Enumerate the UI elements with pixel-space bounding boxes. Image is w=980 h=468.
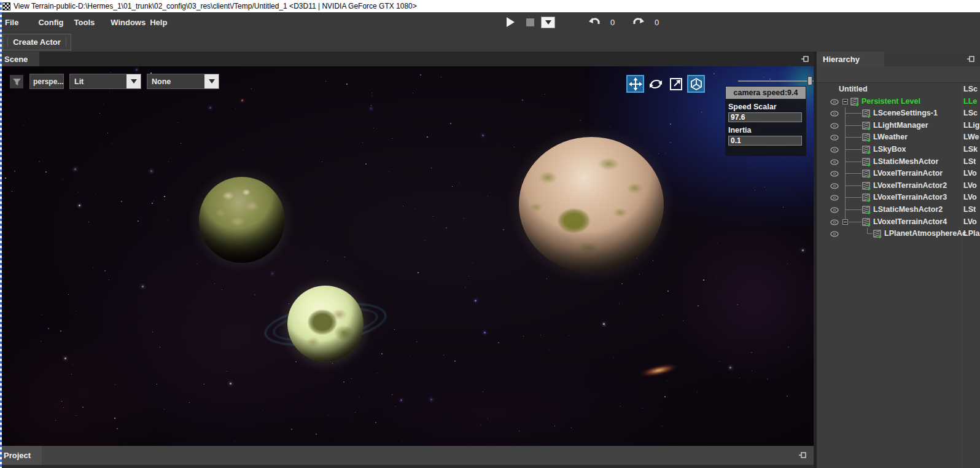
filter-button[interactable] [10,75,23,88]
camera-speed-slider-track[interactable] [738,80,814,82]
hierarchy-panel: Hierarchy UntitledLScPersistent LevelLLe… [817,52,980,468]
create-actor-button[interactable]: Create Actor [2,34,71,50]
camera-speed-readout: camera speed:9.4 [726,87,806,99]
hierarchy-row-lstaticmeshactor[interactable]: LStaticMeshActorLSt [817,156,980,168]
visibility-eye-icon[interactable] [830,219,839,225]
actor-layers-icon [861,121,871,131]
tree-expander[interactable] [842,99,848,104]
window-snap-edge [0,0,2,468]
3d-viewport[interactable]: perspe... Lit None [0,66,814,446]
actor-name: LPlanetAtmosphereAc [884,229,966,238]
mossy-planet[interactable] [199,177,285,263]
stop-icon [526,18,534,26]
inertia-input[interactable]: 0.1 [728,136,802,146]
actor-layers-icon [861,133,871,142]
actor-type: LVo [963,193,977,201]
actor-name: LSkyBox [873,145,906,154]
hierarchy-row-lweather[interactable]: LWeatherLWe [817,131,980,144]
actor-layers-icon [861,205,871,215]
actor-layers-icon [861,145,871,155]
large-rocky-planet[interactable] [519,137,664,272]
app-icon [2,2,10,10]
lit-dropdown-arrow[interactable] [126,74,141,88]
actor-layers-icon [861,169,871,179]
scale-tool-button[interactable] [667,75,685,93]
undo-icon[interactable] [587,16,602,28]
undo-redo-group: 0 0 [587,16,661,28]
visibility-eye-icon[interactable] [830,195,839,201]
hierarchy-row-lskybox[interactable]: LSkyBoxLSk [817,144,980,156]
pin-icon [967,55,975,63]
pin-icon [799,451,807,459]
hierarchy-row-lstaticmeshactor2[interactable]: LStaticMeshActor2LSt [817,204,980,216]
visibility-eye-icon[interactable] [830,231,839,237]
redo-icon[interactable] [631,16,646,28]
actor-type: LVo [963,181,977,190]
ringed-pale-planet[interactable] [287,286,364,362]
hierarchy-row-llightmanager[interactable]: LLightManagerLLig [817,120,980,132]
tab-scene[interactable]: Scene [0,52,39,66]
camera-speed-slider-handle[interactable] [807,76,812,85]
visibility-eye-icon[interactable] [830,159,839,165]
speed-scalar-label: Speed Scalar [728,103,806,111]
hierarchy-row-lplanetatmosphereac[interactable]: LPlanetAtmosphereAcLPla [817,228,980,240]
actor-name: LVoxelTerrainActor4 [873,217,947,226]
actor-type: LWe [963,133,979,141]
perspective-button[interactable]: perspe... [29,74,64,89]
move-icon [629,77,642,91]
actor-layers-icon [861,217,871,227]
menu-config[interactable]: Config [38,18,63,27]
rotate-tool-button[interactable] [647,75,664,93]
visibility-eye-icon[interactable] [830,183,839,189]
visibility-eye-icon[interactable] [830,123,839,129]
actor-name: LWeather [873,133,908,141]
buffer-dropdown-arrow[interactable] [204,74,219,88]
move-tool-button[interactable] [626,75,644,93]
hierarchy-row-lvoxelterrainactor4[interactable]: LVoxelTerrainActor4LVo [817,216,980,228]
hierarchy-row-lvoxelterrainactor[interactable]: LVoxelTerrainActorLVo [817,168,980,180]
hierarchy-toolbar-band [817,66,980,83]
hierarchy-row-untitled[interactable]: UntitledLSc [817,84,980,96]
actor-type: LLig [963,121,979,130]
menu-help[interactable]: Help [150,18,167,27]
scene-pin-button[interactable] [799,53,811,64]
menu-windows[interactable]: Windows [111,18,146,27]
hierarchy-row-lvoxelterrainactor2[interactable]: LVoxelTerrainActor2LVo [817,180,980,192]
menu-file[interactable]: File [5,18,18,27]
visibility-eye-icon[interactable] [830,171,839,177]
visibility-eye-icon[interactable] [830,99,839,105]
actor-toolbar: Create Actor [0,32,980,52]
actor-layers-icon [850,97,860,107]
menu-bar: FileConfigToolsWindowsHelp 0 0 [0,12,980,32]
actor-layers-icon [861,193,871,203]
hierarchy-row-persistent-level[interactable]: Persistent LevelLLe [817,96,980,108]
hierarchy-pin-button[interactable] [965,53,976,64]
camera-speed-panel: camera speed:9.4 Speed Scalar 97.6 Inert… [725,86,806,156]
transform-toolbar [626,75,707,93]
title-bar[interactable]: View Terrain-public-D:\Hermes_1\01_trunk… [0,0,980,12]
visibility-eye-icon[interactable] [830,111,839,117]
play-button[interactable] [504,15,517,29]
actor-name: LVoxelTerrainActor2 [873,181,947,190]
speed-scalar-input[interactable]: 97.6 [728,112,802,122]
rotate-icon [649,78,663,90]
visibility-eye-icon[interactable] [830,147,839,153]
scale-icon [669,77,683,91]
actor-type: LLe [963,97,977,106]
hierarchy-title: Hierarchy [823,52,860,66]
play-options-dropdown[interactable] [541,17,555,28]
menu-tools[interactable]: Tools [74,18,95,27]
tree-expander[interactable] [842,219,848,225]
stop-button[interactable] [523,15,537,29]
hierarchy-row-lscenesettings-1[interactable]: LSceneSettings-1LSc [817,107,980,120]
hierarchy-row-lvoxelterrainactor3[interactable]: LVoxelTerrainActor3LVo [817,192,980,204]
tab-project[interactable]: Project [0,446,42,465]
buffer-mode-dropdown[interactable]: None [147,74,219,89]
lit-mode-dropdown[interactable]: Lit [69,74,141,89]
visibility-eye-icon[interactable] [830,207,839,213]
ringed-planet-group[interactable] [264,284,387,364]
project-pin-button[interactable] [797,450,808,461]
coordinate-space-button[interactable] [687,75,705,93]
play-icon [507,17,515,27]
visibility-eye-icon[interactable] [830,135,839,141]
